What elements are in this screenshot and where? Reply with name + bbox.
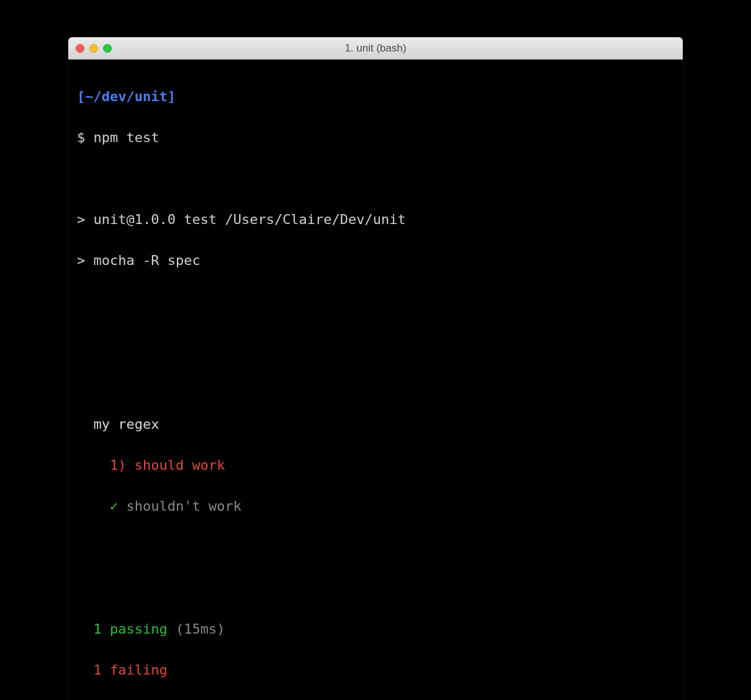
cwd-close-bracket: ] [168,89,176,104]
terminal-body[interactable]: [~/dev/unit] $ npm test > unit@1.0.0 tes… [68,60,683,700]
pass-word: passing [110,621,168,637]
command-text: npm test [94,130,160,145]
cwd-path: ~/dev/unit [85,89,167,104]
mocha-pass-item: ✓ shouldn't work [77,496,674,516]
blank-line [77,168,674,189]
minimize-icon[interactable] [89,44,98,53]
blank-line [77,373,674,393]
close-icon[interactable] [76,44,84,53]
command-line: $ npm test [77,127,674,148]
fail-word: failing [110,662,168,678]
terminal-window: 1. unit (bash) [~/dev/unit] $ npm test >… [68,37,683,700]
fail-item-number: 1) [110,457,127,473]
mocha-suite-name: my regex [77,414,674,434]
prompt-line: [~/dev/unit] [77,86,674,107]
zoom-icon[interactable] [103,44,112,53]
npm-script-header-2: > mocha -R spec [77,250,674,271]
mocha-summary-passing: 1 passing (15ms) [77,619,674,639]
window-title: 1. unit (bash) [68,42,683,55]
blank-line [77,578,674,598]
suite-label: my regex [94,416,160,432]
mocha-fail-item: 1) should work [77,455,674,475]
blank-line [77,332,674,352]
cwd-open-bracket: [ [77,89,85,104]
npm-script-header-1: > unit@1.0.0 test /Users/Claire/Dev/unit [77,209,674,230]
blank-line [77,291,674,312]
pass-time: (15ms) [176,621,225,637]
mocha-summary-failing: 1 failing [77,660,674,680]
fail-item-label: should work [135,457,225,473]
prompt-symbol: $ [77,130,85,145]
pass-item-label: shouldn't work [126,498,241,514]
pass-count: 1 [94,621,102,637]
traffic-lights [76,44,112,53]
checkmark-icon: ✓ [110,498,118,514]
title-bar: 1. unit (bash) [68,37,683,60]
blank-line [77,537,674,557]
fail-count: 1 [94,662,102,678]
